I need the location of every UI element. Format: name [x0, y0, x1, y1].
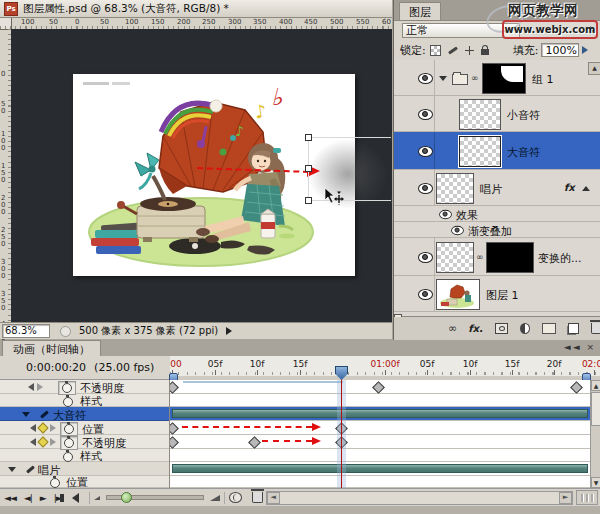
prev-keyframe-icon[interactable] — [30, 424, 36, 432]
transform-handle-midleft[interactable] — [305, 165, 312, 172]
layer-name[interactable]: 变换的... — [538, 251, 582, 266]
add-mask-icon[interactable] — [495, 323, 508, 334]
stopwatch-icon[interactable] — [63, 397, 73, 407]
eye-icon[interactable] — [418, 109, 433, 120]
layer-name[interactable]: 唱片 — [480, 182, 502, 197]
layer-row-bianhuande[interactable]: ∞ 变换的... — [394, 238, 600, 276]
zoom-slider-thumb[interactable] — [121, 492, 132, 503]
new-group-icon[interactable] — [542, 323, 557, 334]
canvas-background[interactable]: ♭ ♪ ♪ — [11, 29, 392, 322]
layer-row-xiaoyinfu[interactable]: 小音符 — [394, 96, 600, 132]
zoom-out-icon[interactable] — [94, 496, 100, 500]
prev-keyframe-icon[interactable] — [28, 383, 34, 391]
stopwatch-icon[interactable] — [63, 452, 73, 462]
vscroll-thumb[interactable] — [591, 392, 600, 426]
group-expand-icon[interactable] — [439, 76, 447, 81]
property-row-position[interactable]: 位置 — [0, 421, 169, 435]
expand-icon[interactable] — [8, 467, 16, 472]
layer-thumbnail[interactable] — [459, 99, 501, 130]
layer-thumbnail[interactable] — [459, 136, 501, 167]
eye-icon[interactable] — [418, 146, 433, 157]
fill-arrow-icon[interactable] — [582, 46, 588, 54]
next-keyframe-icon[interactable] — [37, 383, 43, 391]
document-titlebar[interactable]: Ps 图层属性.psd @ 68.3% (大音符, RGB/8) * — [0, 0, 392, 18]
property-row-style[interactable]: 样式 — [0, 449, 169, 462]
timeline-window-buttons[interactable]: ◄◄ × — [564, 342, 596, 352]
layer-mask-thumbnail[interactable] — [486, 242, 534, 273]
layer-row-tuceng1[interactable]: 图层 1 — [394, 276, 600, 312]
keyframe[interactable] — [170, 422, 179, 435]
lock-position-icon[interactable] — [465, 46, 474, 55]
eye-icon[interactable] — [451, 226, 464, 235]
layer-duration-bar[interactable] — [172, 464, 588, 473]
prev-keyframe-icon[interactable] — [30, 438, 36, 446]
zoom-in-icon[interactable] — [210, 495, 220, 501]
timeline-hscrollbar[interactable]: ◄ ► — [266, 491, 573, 505]
keyframe[interactable] — [570, 381, 583, 394]
stopwatch-icon[interactable] — [60, 422, 78, 436]
new-layer-icon[interactable] — [568, 323, 579, 334]
lock-all-icon[interactable] — [481, 49, 489, 55]
fill-value-field[interactable]: 100% — [541, 43, 579, 57]
status-menu-arrow-icon[interactable] — [226, 327, 232, 335]
group-mask-thumbnail[interactable] — [482, 63, 526, 94]
property-row-opacity-small[interactable]: 不透明度 — [0, 380, 169, 394]
tab-animation-timeline[interactable]: 动画（时间轴） — [2, 340, 101, 356]
scroll-down-button[interactable]: ▼ — [591, 477, 600, 488]
property-row-position-changpian[interactable]: 位置 — [0, 476, 169, 488]
close-icon[interactable]: × — [586, 342, 596, 352]
tab-layers[interactable]: 图层 — [399, 2, 441, 20]
layers-scroll-up[interactable]: ▲ — [588, 62, 600, 75]
layer-track-dayinfu-selected[interactable]: 大音符 — [0, 407, 169, 421]
layer-row-group1[interactable]: ∞ 组 1 — [394, 60, 600, 96]
transform-handle-topright[interactable] — [391, 134, 392, 141]
property-row-opacity[interactable]: 不透明度 — [0, 435, 169, 449]
keyframe[interactable] — [170, 436, 179, 449]
transform-handle-bottomright[interactable] — [391, 197, 392, 204]
eye-icon[interactable] — [418, 183, 433, 194]
next-keyframe-icon[interactable] — [50, 424, 56, 432]
play-button[interactable]: ► — [40, 491, 46, 505]
eye-icon[interactable] — [439, 210, 452, 219]
prev-frame-button[interactable]: ◄| — [24, 491, 32, 505]
first-frame-button[interactable]: ◄◄ — [4, 491, 16, 505]
timeline-tracks[interactable] — [170, 380, 590, 488]
panel-resize-grip[interactable] — [576, 490, 598, 505]
layer-row-changpian[interactable]: 唱片 fx — [394, 170, 600, 206]
expand-icon[interactable] — [22, 412, 30, 417]
layer-thumbnail[interactable] — [436, 242, 474, 273]
stopwatch-icon[interactable] — [60, 436, 78, 450]
delete-layer-icon[interactable] — [591, 323, 600, 334]
layer-track-changpian[interactable]: 唱片 — [0, 462, 169, 476]
property-row-style-small[interactable]: 样式 — [0, 394, 169, 407]
eye-icon[interactable] — [418, 252, 433, 263]
layer-name[interactable]: 小音符 — [507, 108, 540, 123]
transform-handle-bottomleft[interactable] — [305, 197, 312, 204]
keyframe-here-icon[interactable] — [37, 422, 48, 433]
stopwatch-icon[interactable] — [58, 381, 76, 395]
keyframe[interactable] — [248, 436, 261, 449]
onion-skin-icon[interactable] — [229, 492, 242, 503]
layer-name[interactable]: 组 1 — [532, 72, 554, 87]
fx-collapse-icon[interactable] — [582, 186, 590, 191]
audio-mute-icon[interactable] — [72, 493, 79, 503]
property-label[interactable]: 位置 — [66, 475, 88, 488]
eye-icon[interactable] — [418, 73, 433, 84]
adjustment-layer-icon[interactable] — [520, 323, 530, 334]
zoom-level-field[interactable]: 68.3% — [2, 324, 50, 338]
collapse-icon[interactable]: ◄◄ — [564, 342, 582, 352]
link-layers-icon[interactable]: ∞ — [448, 322, 456, 335]
layer-duration-bar[interactable] — [172, 409, 588, 418]
scroll-up-button[interactable]: ▲ — [591, 380, 600, 391]
scroll-right-button[interactable]: ► — [559, 492, 572, 504]
keyframe-here-icon[interactable] — [37, 436, 48, 447]
layer-row-dayinfu-selected[interactable]: 大音符 — [394, 132, 600, 170]
keyframe[interactable] — [170, 381, 179, 394]
eye-icon[interactable] — [418, 289, 433, 300]
layer-name[interactable]: 大音符 — [507, 145, 540, 160]
fx-badge[interactable]: fx — [564, 182, 575, 193]
transform-handle-topleft[interactable] — [305, 134, 312, 141]
layer-style-icon[interactable]: fx. — [468, 323, 483, 334]
timeline-zoom-slider[interactable] — [106, 495, 204, 500]
keyframe[interactable] — [372, 381, 385, 394]
